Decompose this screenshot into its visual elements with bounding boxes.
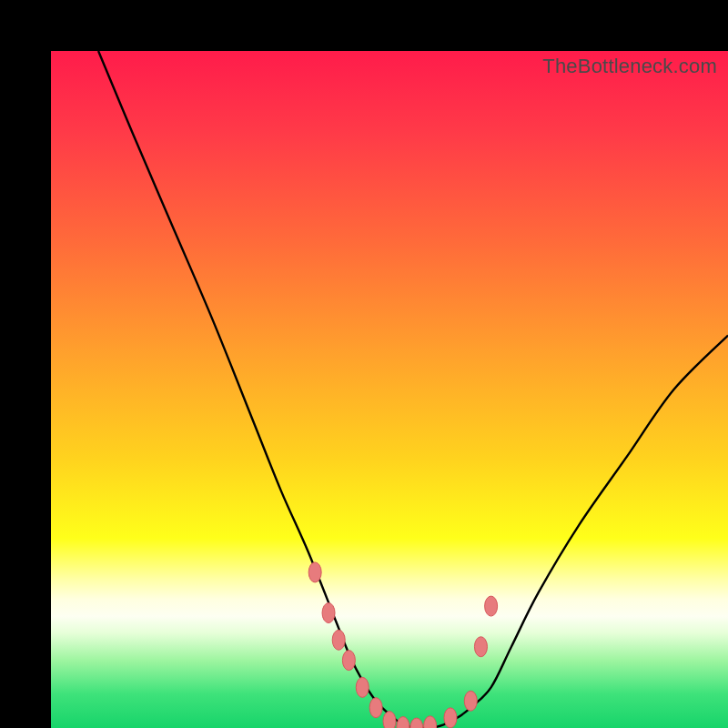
curve-marker <box>485 596 498 616</box>
curve-marker <box>342 651 355 671</box>
chart-overlay <box>51 51 728 728</box>
bottleneck-curve <box>98 51 728 728</box>
curve-marker <box>356 677 369 697</box>
curve-marker <box>410 718 423 728</box>
watermark-text: TheBottleneck.com <box>542 55 717 78</box>
curve-marker <box>474 637 487 657</box>
curve-marker <box>444 708 457 728</box>
curve-marker <box>464 691 477 711</box>
curve-marker <box>322 603 335 623</box>
marker-group <box>308 562 497 728</box>
chart-frame: TheBottleneck.com <box>0 0 728 728</box>
curve-marker <box>308 562 321 582</box>
curve-marker <box>397 717 410 728</box>
curve-marker <box>369 698 382 718</box>
curve-marker <box>424 716 437 728</box>
plot-area: TheBottleneck.com <box>51 51 728 728</box>
curve-marker <box>332 630 345 650</box>
curve-marker <box>383 712 396 728</box>
